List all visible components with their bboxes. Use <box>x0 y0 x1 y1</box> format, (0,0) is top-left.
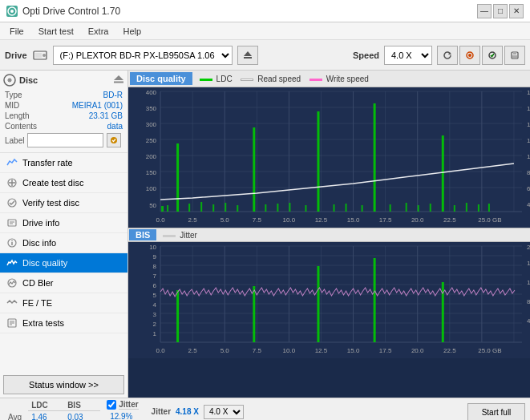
speed-verify-button[interactable] <box>482 46 503 65</box>
close-button[interactable]: ✕ <box>509 4 524 18</box>
menu-bar: File Start test Extra Help <box>0 22 530 40</box>
menu-help[interactable]: Help <box>116 25 148 38</box>
chart2-header: BIS Jitter <box>128 228 530 242</box>
drive-select[interactable]: (F:) PLEXTOR BD-R PX-LB950SA 1.06 <box>53 46 233 65</box>
ldc-color-swatch <box>200 79 212 81</box>
svg-point-4 <box>42 54 46 57</box>
menu-start-test[interactable]: Start test <box>32 25 80 38</box>
svg-rect-18 <box>114 82 123 83</box>
nav-item-disc-info[interactable]: Disc info <box>0 233 127 253</box>
window-controls: — □ ✕ <box>477 4 524 18</box>
disc-section: Disc Type BD-R MID MEIRA1 (001) Length 2… <box>0 71 127 153</box>
stats-table: Avg Max Total LDC 1.46 320 558256 BIS 0.… <box>5 400 100 421</box>
nav-item-cd-bler[interactable]: CD Bler <box>0 273 127 293</box>
disc-label-confirm-button[interactable] <box>107 133 121 147</box>
disc-label-input[interactable] <box>27 133 103 147</box>
svg-rect-90 <box>253 127 255 212</box>
svg-text:17.5: 17.5 <box>379 347 392 354</box>
read-speed-color-swatch <box>241 79 253 81</box>
svg-text:15.0: 15.0 <box>347 216 360 224</box>
svg-text:0.0: 0.0 <box>156 216 166 224</box>
app-icon <box>6 6 18 17</box>
svg-rect-92 <box>277 204 278 212</box>
cd-bler-icon <box>6 277 18 289</box>
nav-item-create-test-disc[interactable]: Create test disc <box>0 173 127 193</box>
svg-rect-91 <box>265 204 266 212</box>
speed-burn-button[interactable] <box>459 46 480 65</box>
nav-item-disc-quality[interactable]: Disc quality <box>0 253 127 273</box>
drive-icon <box>32 47 48 63</box>
svg-rect-3 <box>35 53 42 58</box>
svg-text:1: 1 <box>153 330 157 337</box>
disc-contents-row: Contents data <box>3 121 124 131</box>
svg-rect-95 <box>317 111 319 212</box>
nav-items: Transfer rate Create test disc Verify te… <box>0 153 127 372</box>
jitter-speed-select[interactable]: 4.0 X <box>204 405 244 419</box>
jitter-section: Jitter 12.9% 16.6% <box>107 399 138 420</box>
svg-text:100: 100 <box>146 185 157 192</box>
svg-point-29 <box>11 240 13 242</box>
sidebar: Disc Type BD-R MID MEIRA1 (001) Length 2… <box>0 71 128 398</box>
jitter-checkbox[interactable] <box>107 400 116 410</box>
drive-info-icon <box>6 217 18 228</box>
svg-rect-83 <box>167 205 168 212</box>
disc-eject-icon <box>113 75 124 86</box>
speed-label: Speed <box>353 50 379 60</box>
speed-info-section: Jitter 4.18 X 4.0 X Position 23862 MB Sa… <box>152 405 244 421</box>
action-buttons: Start full Start part <box>467 403 525 420</box>
speed-select[interactable]: 4.0 X <box>384 46 432 65</box>
svg-text:300: 300 <box>146 121 157 128</box>
svg-rect-12 <box>513 52 516 55</box>
main-area: Disc Type BD-R MID MEIRA1 (001) Length 2… <box>0 71 530 398</box>
svg-text:7: 7 <box>153 273 157 280</box>
speed-save-button[interactable] <box>504 46 525 65</box>
svg-text:3: 3 <box>153 311 157 318</box>
svg-marker-17 <box>114 75 123 80</box>
svg-rect-99 <box>374 103 376 212</box>
svg-rect-101 <box>406 203 407 212</box>
jitter-header: Jitter <box>107 399 138 410</box>
svg-text:2.5: 2.5 <box>188 216 198 224</box>
svg-rect-102 <box>418 205 419 212</box>
app-title: Opti Drive Control 1.70 <box>22 6 120 17</box>
disc-icon <box>3 74 16 87</box>
svg-text:10X: 10X <box>527 153 530 160</box>
legend-read-speed: Read speed <box>241 75 303 83</box>
disc-title: Disc <box>19 75 38 85</box>
svg-text:5.0: 5.0 <box>220 216 230 224</box>
svg-text:350: 350 <box>146 105 157 112</box>
svg-text:0.0: 0.0 <box>156 347 166 354</box>
speed-refresh-button[interactable] <box>437 46 458 65</box>
transfer-rate-icon <box>6 157 18 168</box>
disc-quality-icon <box>6 257 18 269</box>
nav-item-extra-tests[interactable]: Extra tests <box>0 313 127 333</box>
svg-text:2.5: 2.5 <box>188 347 198 354</box>
nav-item-verify-test-disc[interactable]: Verify test disc <box>0 193 127 213</box>
menu-extra[interactable]: Extra <box>82 25 115 38</box>
stats-area: Avg Max Total LDC 1.46 320 558256 BIS 0.… <box>0 398 530 420</box>
svg-text:9: 9 <box>153 253 157 260</box>
eject-button[interactable] <box>237 46 258 65</box>
status-window-button[interactable]: Status window >> <box>3 375 124 394</box>
drive-bar: Drive (F:) PLEXTOR BD-R PX-LB950SA 1.06 … <box>0 40 530 71</box>
nav-item-transfer-rate[interactable]: Transfer rate <box>0 153 127 173</box>
nav-item-fe-te[interactable]: FE / TE <box>0 293 127 313</box>
svg-text:16%: 16% <box>527 260 530 267</box>
chart1-title: Disc quality <box>136 74 186 83</box>
svg-text:10.0: 10.0 <box>283 347 296 354</box>
minimize-button[interactable]: — <box>477 4 492 18</box>
menu-file[interactable]: File <box>3 25 30 38</box>
write-speed-color-swatch <box>310 79 322 81</box>
svg-text:5: 5 <box>153 292 157 299</box>
ldc-col-header: LDC <box>28 400 64 411</box>
ldc-avg: 1.46 <box>28 412 64 421</box>
svg-text:4%: 4% <box>527 317 530 325</box>
nav-item-drive-info[interactable]: Drive info <box>0 213 127 233</box>
svg-rect-24 <box>8 220 16 226</box>
svg-rect-94 <box>305 205 306 212</box>
disc-mid-row: MID MEIRA1 (001) <box>3 100 124 111</box>
verify-test-icon <box>6 197 18 208</box>
svg-text:20.0: 20.0 <box>411 347 424 354</box>
start-full-button[interactable]: Start full <box>467 403 525 420</box>
maximize-button[interactable]: □ <box>493 4 508 18</box>
